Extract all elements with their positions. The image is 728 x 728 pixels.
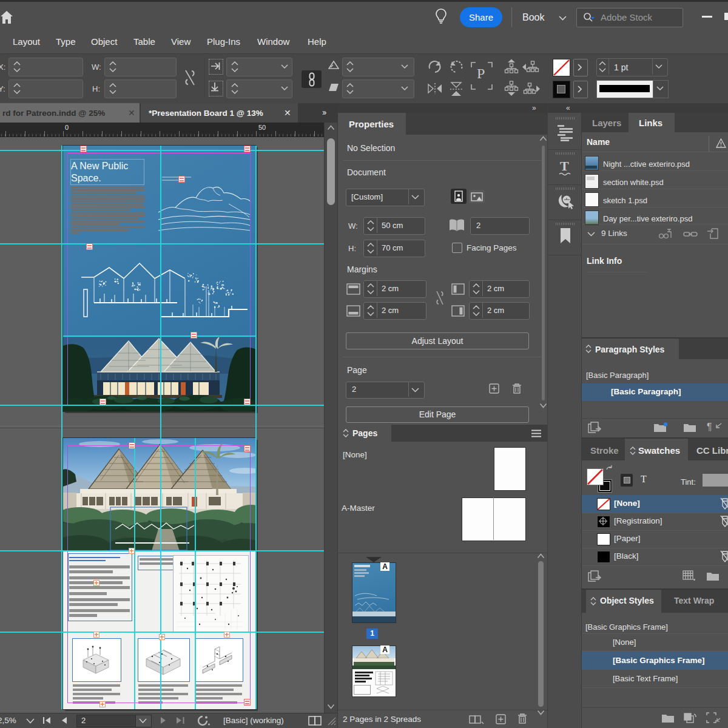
svg-text:¶: ¶ xyxy=(707,422,712,432)
svg-text:T: T xyxy=(560,159,569,174)
